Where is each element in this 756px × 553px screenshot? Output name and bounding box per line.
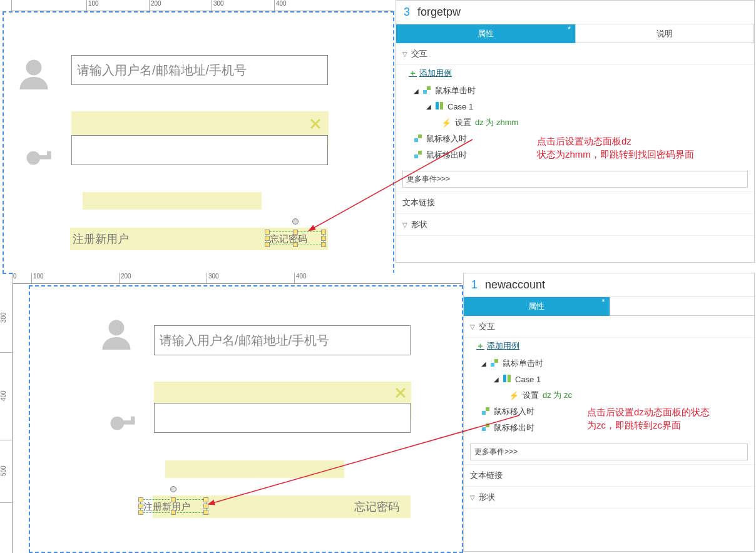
section-interaction[interactable]: ▽交互 (396, 43, 754, 65)
annotation-newaccount: 点击后设置dz动态面板的状态 为zc，即跳转到zc界面 (587, 405, 710, 432)
action-text: 设置 (455, 117, 471, 128)
svg-point-0 (26, 60, 42, 76)
add-case-label: 添加用例 (419, 68, 452, 79)
user-icon (15, 55, 53, 95)
add-case-link[interactable]: ＋添加用例 (396, 65, 754, 81)
case-label: Case 1 (447, 102, 473, 111)
ruler-tick: 500 (0, 465, 7, 476)
register-link[interactable]: 注册新用户 (73, 231, 129, 246)
action-var: dz 为 zc (543, 390, 572, 401)
ruler-tick: 200 (151, 0, 161, 7)
resize-handle[interactable] (138, 497, 143, 502)
ruler-tick: 400 (276, 0, 287, 7)
case-icon (435, 101, 444, 112)
action-row[interactable]: ⚡ 设置 dz 为 zhmm (414, 114, 748, 131)
lightning-icon: ⚡ (441, 118, 451, 128)
annotation-line: 点击后设置dz动态面板的状态 (587, 405, 710, 419)
tab-label: 属性 (478, 28, 494, 39)
tab-properties[interactable]: 属性 * (464, 297, 610, 316)
svg-rect-23 (503, 375, 506, 382)
svg-rect-7 (427, 86, 431, 90)
event-label: 鼠标单击时 (503, 358, 543, 369)
tab-description[interactable]: 说明 (575, 24, 754, 43)
plus-icon: ＋ (409, 68, 417, 79)
input-placeholder: 请输入用户名/邮箱地址/手机号 (77, 62, 247, 79)
svg-rect-8 (436, 102, 439, 109)
username-input[interactable]: 请输入用户名/邮箱地址/手机号 (71, 55, 328, 85)
ruler-tick: 100 (88, 0, 99, 7)
key-icon (106, 403, 139, 438)
ruler-tick: 400 (296, 273, 307, 280)
section-label: 交互 (479, 321, 495, 332)
rotate-handle[interactable] (170, 486, 176, 492)
annotation-line: 状态为zhmm，即跳转到找回密码界面 (537, 148, 694, 161)
widget-number: 1 (471, 278, 478, 292)
svg-point-15 (109, 320, 125, 336)
svg-line-29 (213, 415, 519, 503)
tab-properties[interactable]: 属性 * (396, 24, 575, 43)
ruler-tick: 100 (33, 273, 44, 280)
svg-rect-22 (494, 359, 498, 363)
widget-number: 3 (404, 6, 410, 19)
key-icon (23, 138, 55, 173)
ruler-tick: 300 (0, 312, 7, 323)
tab-description[interactable]: 说明 (610, 297, 755, 316)
action-text: 设置 (523, 390, 539, 401)
triangle-icon: ◢ (414, 88, 419, 94)
resize-handle[interactable] (293, 242, 298, 247)
case-row[interactable]: ◢ Case 1 (481, 372, 748, 387)
chevron-down-icon: ▽ (470, 323, 475, 330)
chevron-down-icon: ▽ (402, 51, 407, 58)
svg-rect-24 (508, 375, 511, 382)
action-var: dz 为 zhmm (475, 117, 518, 128)
event-icon (422, 86, 431, 96)
resize-handle[interactable] (321, 242, 326, 247)
event-icon (490, 358, 499, 369)
arrow-icon (263, 134, 476, 241)
ruler-tick: 0 (13, 273, 17, 280)
event-onclick[interactable]: ◢ 鼠标单击时 (481, 355, 748, 372)
svg-rect-9 (440, 102, 443, 109)
section-interaction[interactable]: ▽交互 (464, 316, 754, 338)
resize-handle[interactable] (265, 242, 270, 247)
input-placeholder: 请输入用户名/邮箱地址/手机号 (160, 332, 329, 349)
svg-rect-21 (491, 363, 494, 367)
resize-handle[interactable] (171, 497, 176, 502)
highlight-bar (83, 192, 262, 210)
arrow-icon (188, 413, 526, 513)
case-label: Case 1 (515, 375, 541, 384)
ruler-tick: 200 (121, 273, 131, 280)
lightning-icon: ⚡ (509, 391, 519, 400)
add-case-link[interactable]: ＋添加用例 (464, 338, 754, 354)
widget-name[interactable]: newaccount (485, 278, 545, 292)
case-row[interactable]: ◢ Case 1 (414, 99, 748, 114)
widget-name[interactable]: forgetpw (417, 6, 461, 19)
svg-line-14 (313, 140, 472, 228)
svg-rect-18 (131, 417, 135, 424)
ruler-tick: 300 (208, 273, 219, 280)
svg-rect-3 (47, 151, 51, 158)
resize-handle[interactable] (138, 510, 143, 515)
tab-label: 属性 (528, 301, 544, 312)
resize-handle[interactable] (138, 504, 143, 509)
star-icon: * (601, 297, 605, 307)
resize-handle[interactable] (171, 510, 176, 515)
star-icon: * (568, 24, 571, 34)
close-icon[interactable] (309, 118, 322, 133)
action-row[interactable]: ⚡ 设置 dz 为 zc (481, 387, 748, 403)
annotation-line: 为zc，即跳转到zc界面 (587, 419, 710, 432)
register-link-label: 注册新用户 (143, 501, 190, 513)
username-input[interactable]: 请输入用户名/邮箱地址/手机号 (154, 325, 411, 355)
annotation-line: 点击后设置动态面板dz (537, 134, 694, 148)
close-icon[interactable] (394, 387, 407, 402)
plus-icon: ＋ (476, 340, 484, 352)
case-icon (503, 374, 511, 385)
svg-rect-6 (423, 90, 427, 94)
annotation-forgetpw: 点击后设置动态面板dz 状态为zhmm，即跳转到找回密码界面 (537, 134, 694, 161)
triangle-icon: ◢ (426, 103, 431, 110)
user-icon (98, 315, 135, 355)
svg-rect-26 (486, 407, 489, 411)
tab-label: 说明 (656, 28, 673, 39)
ruler-tick: 400 (0, 390, 7, 401)
event-onclick[interactable]: ◢ 鼠标单击时 (414, 83, 748, 99)
